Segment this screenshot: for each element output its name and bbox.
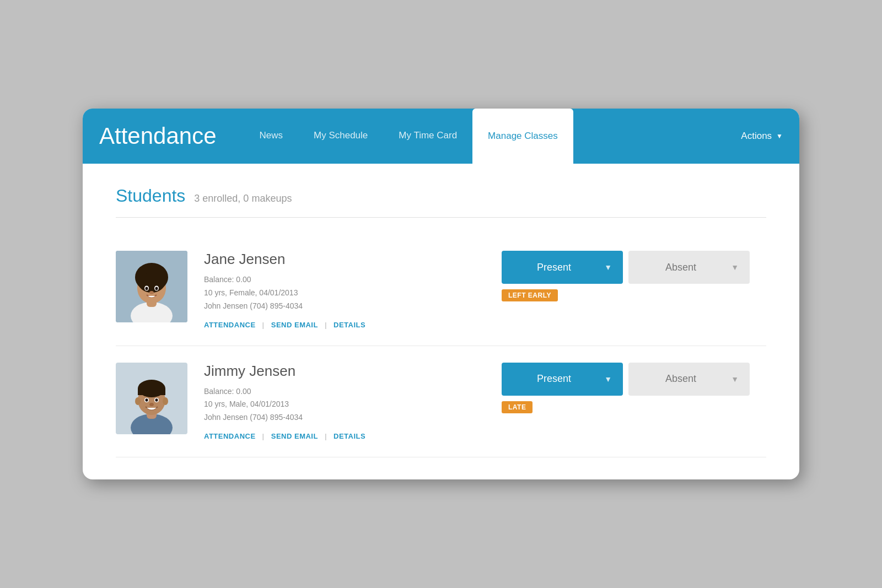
student-name-jimmy: Jimmy Jensen — [204, 363, 485, 380]
details-link-jimmy[interactable]: DETAILS — [334, 432, 365, 440]
present-button-jimmy[interactable]: Present ▼ — [502, 363, 623, 396]
actions-chevron-icon: ▼ — [776, 132, 783, 140]
svg-point-10 — [155, 287, 158, 290]
students-subtitle: 3 enrolled, 0 makeups — [194, 193, 292, 204]
present-caret-icon: ▼ — [604, 375, 612, 384]
nav-tabs: News My Schedule My Time Card Manage Cla… — [244, 109, 730, 164]
student-photo-jane — [116, 251, 187, 322]
details-link-jane[interactable]: DETAILS — [334, 321, 365, 329]
attendance-buttons-jane: Present ▼ Absent ▼ — [502, 251, 750, 284]
present-label-jimmy: Present — [513, 373, 595, 385]
tab-my-schedule[interactable]: My Schedule — [298, 109, 383, 164]
student-links-jimmy: ATTENDANCE | SEND EMAIL | DETAILS — [204, 432, 485, 440]
students-title: Students — [116, 186, 185, 206]
attendance-controls-jimmy: Present ▼ Absent ▼ LATE — [502, 363, 766, 413]
app-window: Attendance News My Schedule My Time Card… — [83, 109, 799, 479]
student-parent-jane: John Jensen (704) 895-4034 — [204, 300, 485, 313]
student-dob-jimmy: 10 yrs, Male, 04/01/2013 — [204, 398, 485, 411]
svg-point-23 — [155, 398, 158, 402]
student-details-jimmy: Balance: 0.00 10 yrs, Male, 04/01/2013 J… — [204, 385, 485, 424]
svg-point-9 — [146, 287, 148, 290]
section-divider — [116, 217, 766, 218]
svg-point-19 — [163, 397, 168, 405]
students-header: Students 3 enrolled, 0 makeups — [116, 186, 766, 206]
student-dob-jane: 10 yrs, Female, 04/01/2013 — [204, 287, 485, 300]
present-button-jane[interactable]: Present ▼ — [502, 251, 623, 284]
attendance-link-jane[interactable]: ATTENDANCE — [204, 321, 256, 329]
svg-point-22 — [146, 398, 148, 402]
student-details-jane: Balance: 0.00 10 yrs, Female, 04/01/2013… — [204, 273, 485, 312]
tab-news[interactable]: News — [244, 109, 299, 164]
absent-label-jane: Absent — [639, 262, 722, 273]
svg-point-6 — [138, 273, 165, 293]
present-label-jane: Present — [513, 262, 595, 273]
student-info-jimmy: Jimmy Jensen Balance: 0.00 10 yrs, Male,… — [204, 363, 485, 440]
attendance-link-jimmy[interactable]: ATTENDANCE — [204, 432, 256, 440]
attendance-buttons-jimmy: Present ▼ Absent ▼ — [502, 363, 750, 396]
svg-point-11 — [149, 291, 154, 294]
link-divider: | — [325, 432, 327, 440]
send-email-link-jane[interactable]: SEND EMAIL — [271, 321, 318, 329]
app-title: Attendance — [99, 109, 244, 164]
student-photo-jimmy — [116, 363, 187, 434]
status-badge-jane: LEFT EARLY — [502, 289, 558, 301]
absent-button-jimmy[interactable]: Absent ▼ — [628, 363, 750, 396]
student-parent-jimmy: John Jensen (704) 895-4034 — [204, 411, 485, 424]
student-name-jane: Jane Jensen — [204, 251, 485, 268]
student-info-jane: Jane Jensen Balance: 0.00 10 yrs, Female… — [204, 251, 485, 328]
student-links-jane: ATTENDANCE | SEND EMAIL | DETAILS — [204, 321, 485, 329]
student-balance-jane: Balance: 0.00 — [204, 273, 485, 287]
tab-manage-classes[interactable]: Manage Classes — [472, 109, 573, 164]
link-divider: | — [262, 321, 265, 329]
student-card-jimmy: Jimmy Jensen Balance: 0.00 10 yrs, Male,… — [116, 346, 766, 457]
link-divider: | — [325, 321, 327, 329]
absent-caret-icon: ▼ — [731, 263, 739, 272]
absent-caret-icon: ▼ — [731, 375, 739, 384]
svg-rect-17 — [138, 389, 165, 395]
main-content: Students 3 enrolled, 0 makeups — [83, 164, 799, 479]
absent-button-jane[interactable]: Absent ▼ — [628, 251, 750, 284]
header: Attendance News My Schedule My Time Card… — [83, 109, 799, 164]
link-divider: | — [262, 432, 265, 440]
student-card-jane: Jane Jensen Balance: 0.00 10 yrs, Female… — [116, 234, 766, 346]
student-balance-jimmy: Balance: 0.00 — [204, 385, 485, 398]
svg-point-24 — [149, 403, 154, 406]
absent-label-jimmy: Absent — [639, 373, 722, 385]
send-email-link-jimmy[interactable]: SEND EMAIL — [271, 432, 318, 440]
actions-label: Actions — [741, 131, 772, 142]
svg-point-18 — [135, 397, 141, 405]
tab-my-time-card[interactable]: My Time Card — [383, 109, 472, 164]
present-caret-icon: ▼ — [604, 263, 612, 272]
status-badge-jimmy: LATE — [502, 401, 533, 413]
attendance-controls-jane: Present ▼ Absent ▼ LEFT EARLY — [502, 251, 766, 301]
actions-menu[interactable]: Actions ▼ — [730, 109, 783, 164]
